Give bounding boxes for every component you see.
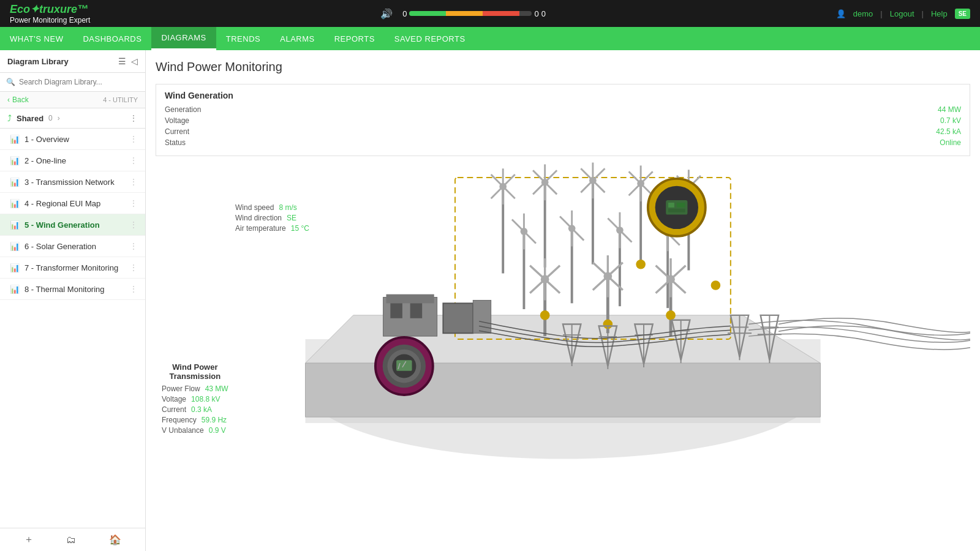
svg-rect-68 (390, 303, 402, 318)
shared-chevron[interactable]: › (58, 114, 60, 122)
search-icon: 🔍 (6, 78, 15, 86)
item-icon-7: 📊 (10, 263, 20, 272)
back-chevron: ‹ (7, 96, 10, 104)
item-more-6[interactable]: ⋮ (129, 241, 138, 251)
nav-reports[interactable]: REPORTS (325, 27, 385, 50)
nav-dashboards[interactable]: DASHBOARDS (73, 27, 151, 50)
nav-trends[interactable]: TRENDS (216, 27, 270, 50)
diagram-container: Wind speed 8 m/s Wind direction SE Air t… (156, 84, 970, 541)
logo-eco: Eco✦truxure™ (10, 2, 90, 16)
svg-rect-69 (410, 303, 423, 318)
sidebar-footer: ＋ 🗂 🏠 (0, 528, 145, 551)
svg-rect-102 (396, 360, 412, 371)
nav-alarms[interactable]: ALARMS (270, 27, 324, 50)
sidebar-icons: ☰ ◁ (118, 56, 138, 66)
nav-saved-reports[interactable]: SAVED REPORTS (385, 27, 475, 50)
progress-green (409, 11, 446, 16)
item-more-3[interactable]: ⋮ (129, 177, 138, 187)
sidebar-item-6-solar[interactable]: 📊 6 - Solar Generation ⋮ (0, 236, 145, 257)
home-icon[interactable]: 🏠 (109, 534, 121, 545)
back-button[interactable]: ‹ Back (7, 96, 29, 104)
top-header: Eco✦truxure™ Power Monitoring Expert 🔊 0… (0, 0, 980, 27)
breadcrumb-row: ‹ Back 4 - UTILITY (0, 92, 145, 108)
alert-count-2: 0 (534, 9, 538, 18)
collapse-icon[interactable]: ◁ (131, 56, 138, 66)
sidebar-item-left: 📊 2 - One-line (10, 156, 66, 165)
nav-whats-new[interactable]: WHAT'S NEW (0, 27, 73, 50)
logo-pme: Power Monitoring Expert (10, 16, 90, 24)
folder-icon[interactable]: 🗂 (66, 534, 76, 545)
user-icon: 👤 (836, 9, 846, 18)
separator: | (880, 9, 882, 18)
svg-point-64 (636, 260, 646, 269)
shared-count: 0 (48, 114, 53, 122)
logo-area: Eco✦truxure™ Power Monitoring Expert (10, 2, 90, 24)
item-icon-5: 📊 (10, 220, 20, 230)
header-right: 👤 demo | Logout | Help SE (836, 9, 970, 19)
nav-diagrams[interactable]: DIAGRAMS (151, 27, 216, 50)
help-link[interactable]: Help (931, 9, 948, 18)
sidebar-item-left: 📊 4 - Regional EUI Map (10, 199, 100, 208)
svg-rect-97 (668, 209, 685, 212)
sidebar-item-7-transformer[interactable]: 📊 7 - Transformer Monitoring ⋮ (0, 257, 145, 279)
item-icon-8: 📊 (10, 285, 20, 294)
svg-point-61 (540, 310, 550, 320)
svg-rect-95 (668, 203, 674, 208)
item-more-8[interactable]: ⋮ (129, 284, 138, 294)
schneider-logo: SE (955, 9, 970, 19)
sidebar-item-2-one-line[interactable]: 📊 2 - One-line ⋮ (0, 150, 145, 171)
search-input[interactable] (19, 78, 139, 86)
add-icon[interactable]: ＋ (24, 533, 34, 546)
user-link[interactable]: demo (853, 9, 873, 18)
sidebar-header: Diagram Library ☰ ◁ (0, 50, 145, 73)
item-icon-4: 📊 (10, 199, 20, 208)
item-label-2: 2 - One-line (24, 156, 66, 165)
sidebar-item-4-regional[interactable]: 📊 4 - Regional EUI Map ⋮ (0, 193, 145, 214)
share-icon: ⤴ (7, 113, 12, 123)
item-more-4[interactable]: ⋮ (129, 198, 138, 208)
shared-row: ⤴ Shared 0 › ⋮ (0, 108, 145, 129)
alert-bar: 0 0 0 (402, 9, 546, 18)
sidebar: Diagram Library ☰ ◁ 🔍 ‹ Back 4 - UTILITY… (0, 50, 146, 551)
sidebar-item-left: 📊 3 - Transmission Network (10, 178, 115, 187)
item-icon-3: 📊 (10, 178, 20, 187)
shared-label: Shared (17, 114, 43, 123)
menu-icon[interactable]: ☰ (118, 56, 126, 66)
sidebar-item-5-wind-gen[interactable]: 📊 5 - Wind Generation ⋮ (0, 214, 145, 236)
sidebar-item-left: 📊 8 - Thermal Monitoring (10, 285, 105, 294)
svg-rect-70 (443, 303, 473, 333)
item-label-8: 8 - Thermal Monitoring (24, 285, 105, 294)
item-label-4: 4 - Regional EUI Map (24, 199, 100, 208)
volume-icon[interactable]: 🔊 (380, 8, 393, 20)
svg-point-65 (711, 280, 721, 290)
progress-bar (409, 11, 532, 16)
item-label-7: 7 - Transformer Monitoring (24, 263, 118, 272)
item-label-5: 5 - Wind Generation (24, 220, 100, 230)
progress-red (483, 11, 519, 16)
sidebar-item-left: 📊 1 - Overview (10, 135, 69, 144)
item-more-1[interactable]: ⋮ (129, 134, 138, 144)
sidebar-list: 📊 1 - Overview ⋮ 📊 2 - One-line ⋮ 📊 3 - … (0, 129, 145, 528)
item-more-5[interactable]: ⋮ (129, 220, 138, 230)
svg-point-63 (666, 310, 676, 320)
sidebar-item-8-thermal[interactable]: 📊 8 - Thermal Monitoring ⋮ (0, 279, 145, 300)
item-more-7[interactable]: ⋮ (129, 263, 138, 272)
item-icon-2: 📊 (10, 156, 20, 165)
item-label-6: 6 - Solar Generation (24, 242, 96, 251)
sidebar-item-1-overview[interactable]: 📊 1 - Overview ⋮ (0, 129, 145, 150)
sidebar-item-3-transmission[interactable]: 📊 3 - Transmission Network ⋮ (0, 171, 145, 193)
logout-link[interactable]: Logout (890, 9, 914, 18)
shared-more-icon[interactable]: ⋮ (129, 113, 138, 123)
separator2: | (922, 9, 924, 18)
item-more-2[interactable]: ⋮ (129, 156, 138, 165)
sidebar-item-left: 📊 6 - Solar Generation (10, 242, 96, 251)
breadcrumb-label: 4 - UTILITY (103, 96, 138, 103)
shared-left: ⤴ Shared 0 › (7, 113, 60, 123)
content-area: Wind Power Monitoring Wind speed 8 m/s W… (146, 50, 980, 551)
svg-rect-96 (677, 203, 685, 208)
back-label: Back (12, 96, 29, 104)
page-title: Wind Power Monitoring (156, 60, 970, 74)
diagram-svg (156, 84, 970, 541)
logo: Eco✦truxure™ Power Monitoring Expert (10, 2, 90, 24)
progress-yellow (446, 11, 483, 16)
